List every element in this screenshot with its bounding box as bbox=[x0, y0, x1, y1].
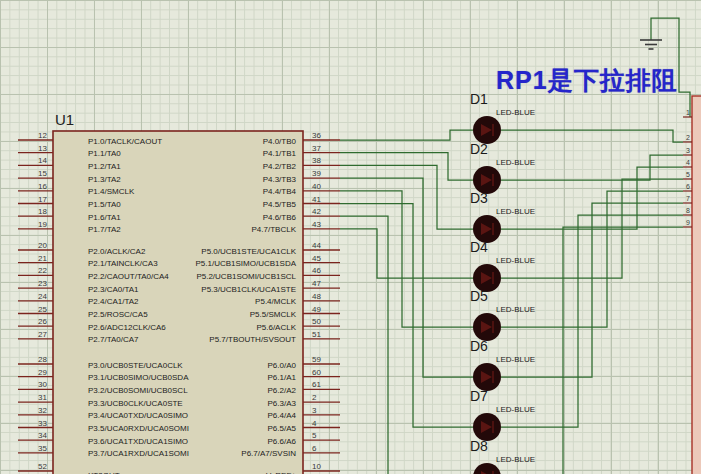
led-d3[interactable]: D3LED-BLUE bbox=[470, 190, 535, 243]
pin-number: 5 bbox=[312, 431, 317, 440]
pin-number: 28 bbox=[38, 355, 47, 364]
led-d1[interactable]: D1LED-BLUE bbox=[470, 91, 535, 144]
pin-number: 14 bbox=[38, 156, 47, 165]
pin-name: P4.6/TB6 bbox=[263, 213, 297, 222]
pin-number: 21 bbox=[38, 254, 47, 263]
pin-number: 51 bbox=[312, 330, 321, 339]
pin-number: 8 bbox=[686, 207, 690, 214]
led-d4[interactable]: D4LED-BLUE bbox=[470, 239, 535, 292]
chip-u1[interactable]: U112P1.0/TACLK/CAOUT13P1.1/TA014P1.2/TA1… bbox=[18, 111, 340, 474]
led-ref-label: D4 bbox=[470, 239, 488, 255]
pin-name: P5.1/UCB1SIMO/UCB1SDA bbox=[196, 259, 297, 268]
led-ref-label: D7 bbox=[470, 388, 488, 404]
pin-number: 48 bbox=[312, 292, 321, 301]
pin-name: P2.6/ADC12CLK/CA6 bbox=[88, 323, 166, 332]
pin-number: 2 bbox=[312, 393, 317, 402]
pin-number: 5 bbox=[686, 171, 690, 178]
pin-number: 31 bbox=[38, 393, 47, 402]
led-ref-label: D2 bbox=[470, 141, 488, 157]
pin-name: P3.7/UCA1RXD/UCA1SOMI bbox=[88, 449, 189, 458]
led-part-label: LED-BLUE bbox=[496, 305, 535, 314]
pin-name: P1.2/TA1 bbox=[88, 162, 121, 171]
pin-number: 18 bbox=[38, 207, 47, 216]
pin-name: P3.2/UCB0SOMI/UCB0SCL bbox=[88, 386, 188, 395]
pin-name: P5.2/UCB1SOMI/UCB1SCL bbox=[196, 272, 296, 281]
led-part-label: LED-BLUE bbox=[496, 405, 535, 414]
wire[interactable] bbox=[340, 191, 473, 327]
pin-name: P4.1/TB1 bbox=[263, 149, 297, 158]
pin-number: 20 bbox=[38, 241, 47, 250]
wire[interactable] bbox=[501, 130, 683, 142]
pin-name: P6.4/A4 bbox=[268, 411, 297, 420]
pin-number: 37 bbox=[312, 144, 321, 153]
led-d5[interactable]: D5LED-BLUE bbox=[470, 288, 535, 341]
led-body-icon[interactable] bbox=[473, 463, 501, 474]
pin-name: P3.6/UCA1TXD/UCA1SIMO bbox=[88, 437, 188, 446]
pin-number: 17 bbox=[38, 195, 47, 204]
ground-icon[interactable] bbox=[640, 40, 662, 49]
pin-name: P5.6/ACLK bbox=[256, 323, 296, 332]
pin-name: P4.3/TB3 bbox=[263, 175, 297, 184]
pin-name: P3.3/UCB0CLK/UCA0STE bbox=[88, 399, 183, 408]
pin-name: P2.7/TA0/CA7 bbox=[88, 335, 139, 344]
led-part-label: LED-BLUE bbox=[496, 455, 535, 464]
pin-number: 59 bbox=[312, 355, 321, 364]
pin-number: 61 bbox=[312, 380, 321, 389]
pin-number: 40 bbox=[312, 182, 321, 191]
pin-name: P6.5/A5 bbox=[268, 424, 297, 433]
led-ref-label: D3 bbox=[470, 190, 488, 206]
wire[interactable] bbox=[340, 216, 473, 474]
pin-name: P1.3/TA2 bbox=[88, 175, 121, 184]
pin-name: P1.4/SMCLK bbox=[88, 187, 135, 196]
pin-name: P2.1/TAINCLK/CA3 bbox=[88, 259, 158, 268]
pin-number: 26 bbox=[38, 317, 47, 326]
pin-number: 47 bbox=[312, 279, 321, 288]
led-d2[interactable]: D2LED-BLUE bbox=[470, 141, 535, 194]
rp1-body[interactable] bbox=[692, 96, 701, 474]
pin-number: 23 bbox=[38, 279, 47, 288]
pin-number: 39 bbox=[312, 169, 321, 178]
resistor-pack-rp1[interactable]: 123456789 bbox=[683, 96, 701, 474]
pin-name: P1.6/TA1 bbox=[88, 213, 121, 222]
pin-name: P4.7/TBCLK bbox=[252, 225, 297, 234]
pin-number: 33 bbox=[38, 419, 47, 428]
wire[interactable] bbox=[340, 130, 473, 140]
pin-name: P6.1/A1 bbox=[268, 373, 297, 382]
pin-name: P6.6/A6 bbox=[268, 437, 297, 446]
pin-number: 9 bbox=[686, 219, 690, 226]
wire[interactable] bbox=[340, 204, 473, 428]
pin-name: P6.2/A2 bbox=[268, 386, 297, 395]
led-ref-label: D8 bbox=[470, 438, 488, 454]
led-d7[interactable]: D7LED-BLUE bbox=[470, 388, 535, 441]
led-d8[interactable]: D8LED-BLUE bbox=[470, 438, 535, 474]
led-d6[interactable]: D6LED-BLUE bbox=[470, 338, 535, 391]
pin-number: 27 bbox=[38, 330, 47, 339]
led-ref-label: D1 bbox=[470, 91, 488, 107]
pin-number: 6 bbox=[686, 183, 690, 190]
pin-number: 25 bbox=[38, 305, 47, 314]
pin-number: 12 bbox=[38, 131, 47, 140]
pin-name: P2.4/CA1/TA2 bbox=[88, 297, 139, 306]
led-part-label: LED-BLUE bbox=[496, 207, 535, 216]
pin-name: P5.0/UCB1STE/UCA1CLK bbox=[201, 247, 296, 256]
pin-number: 16 bbox=[38, 182, 47, 191]
pin-name: P6.7/A7/SVSIN bbox=[241, 449, 296, 458]
pin-name: P4.5/TB5 bbox=[263, 200, 297, 209]
chip-ref-label: U1 bbox=[55, 111, 74, 128]
wire[interactable] bbox=[340, 229, 473, 278]
wire[interactable] bbox=[340, 153, 473, 180]
wire[interactable] bbox=[340, 165, 473, 229]
pin-number: 19 bbox=[38, 220, 47, 229]
pin-name: P5.7/TBOUTH/SVSOUT bbox=[209, 335, 296, 344]
led-column: D1LED-BLUED2LED-BLUED3LED-BLUED4LED-BLUE… bbox=[470, 91, 535, 474]
led-ref-label: D5 bbox=[470, 288, 488, 304]
pin-name: P2.3/CA0/TA1 bbox=[88, 285, 139, 294]
annotation-text[interactable]: RP1是下拉排阻 bbox=[496, 64, 678, 97]
pin-name: P1.0/TACLK/CAOUT bbox=[88, 137, 162, 146]
pin-name: P6.3/A3 bbox=[268, 399, 297, 408]
pin-number: 4 bbox=[312, 419, 317, 428]
pin-name: P4.2/TB2 bbox=[263, 162, 297, 171]
led-ref-label: D6 bbox=[470, 338, 488, 354]
pin-name: P3.4/UCA0TXD/UCA0SIMO bbox=[88, 411, 188, 420]
pin-number: 36 bbox=[312, 131, 321, 140]
